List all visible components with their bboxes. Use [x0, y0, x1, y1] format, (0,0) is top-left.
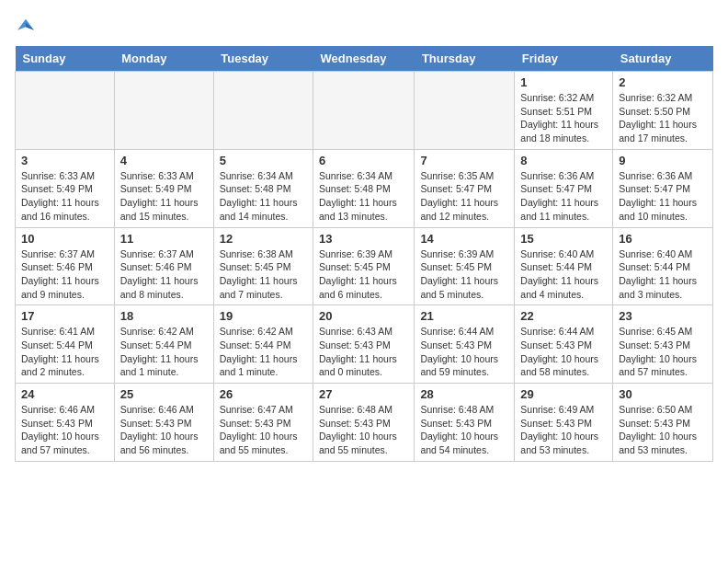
calendar-cell: 30Sunrise: 6:50 AM Sunset: 5:43 PM Dayli… [613, 384, 713, 462]
calendar-cell: 17Sunrise: 6:41 AM Sunset: 5:44 PM Dayli… [16, 305, 115, 384]
day-info: Sunrise: 6:33 AM Sunset: 5:49 PM Dayligh… [21, 169, 108, 224]
calendar-week-row: 10Sunrise: 6:37 AM Sunset: 5:46 PM Dayli… [16, 227, 713, 305]
day-info: Sunrise: 6:44 AM Sunset: 5:43 PM Dayligh… [520, 325, 607, 379]
day-number: 28 [420, 387, 508, 401]
day-info: Sunrise: 6:50 AM Sunset: 5:43 PM Dayligh… [619, 403, 707, 457]
day-number: 6 [319, 154, 408, 167]
calendar-cell: 29Sunrise: 6:49 AM Sunset: 5:43 PM Dayli… [515, 384, 613, 462]
day-info: Sunrise: 6:34 AM Sunset: 5:48 PM Dayligh… [319, 169, 408, 224]
day-info: Sunrise: 6:45 AM Sunset: 5:43 PM Dayligh… [619, 325, 707, 379]
column-header-friday: Friday [515, 46, 613, 72]
day-info: Sunrise: 6:48 AM Sunset: 5:43 PM Dayligh… [319, 403, 408, 457]
day-info: Sunrise: 6:46 AM Sunset: 5:43 PM Dayligh… [120, 403, 208, 457]
day-info: Sunrise: 6:38 AM Sunset: 5:45 PM Dayligh… [220, 247, 307, 302]
calendar-cell [114, 72, 213, 150]
logo-bird-icon [15, 15, 37, 37]
day-number: 1 [520, 75, 607, 89]
calendar-cell: 6Sunrise: 6:34 AM Sunset: 5:48 PM Daylig… [313, 149, 415, 227]
day-number: 18 [120, 309, 208, 323]
calendar-cell: 11Sunrise: 6:37 AM Sunset: 5:46 PM Dayli… [114, 227, 213, 305]
day-info: Sunrise: 6:36 AM Sunset: 5:47 PM Dayligh… [520, 169, 607, 224]
calendar-header-row: SundayMondayTuesdayWednesdayThursdayFrid… [16, 46, 713, 72]
calendar-cell: 7Sunrise: 6:35 AM Sunset: 5:47 PM Daylig… [415, 149, 515, 227]
day-info: Sunrise: 6:36 AM Sunset: 5:47 PM Dayligh… [619, 169, 707, 224]
day-number: 4 [120, 154, 208, 167]
logo [15, 15, 40, 37]
calendar-cell: 13Sunrise: 6:39 AM Sunset: 5:45 PM Dayli… [313, 227, 415, 305]
day-info: Sunrise: 6:32 AM Sunset: 5:51 PM Dayligh… [520, 91, 607, 145]
day-info: Sunrise: 6:34 AM Sunset: 5:48 PM Dayligh… [220, 169, 307, 224]
day-number: 29 [520, 387, 607, 401]
calendar-cell: 10Sunrise: 6:37 AM Sunset: 5:46 PM Dayli… [16, 227, 115, 305]
calendar-cell: 14Sunrise: 6:39 AM Sunset: 5:45 PM Dayli… [415, 227, 515, 305]
day-number: 22 [520, 309, 607, 323]
page-header [15, 15, 713, 37]
calendar-body: 1Sunrise: 6:32 AM Sunset: 5:51 PM Daylig… [16, 72, 713, 462]
day-info: Sunrise: 6:48 AM Sunset: 5:43 PM Dayligh… [420, 403, 508, 457]
calendar-week-row: 24Sunrise: 6:46 AM Sunset: 5:43 PM Dayli… [16, 384, 713, 462]
calendar-cell: 22Sunrise: 6:44 AM Sunset: 5:43 PM Dayli… [515, 305, 613, 384]
day-number: 15 [520, 232, 607, 246]
calendar-cell: 21Sunrise: 6:44 AM Sunset: 5:43 PM Dayli… [415, 305, 515, 384]
day-info: Sunrise: 6:39 AM Sunset: 5:45 PM Dayligh… [420, 247, 508, 302]
calendar-cell [16, 72, 115, 150]
column-header-monday: Monday [114, 46, 213, 72]
calendar-week-row: 17Sunrise: 6:41 AM Sunset: 5:44 PM Dayli… [16, 305, 713, 384]
day-info: Sunrise: 6:42 AM Sunset: 5:44 PM Dayligh… [220, 325, 307, 379]
day-number: 7 [420, 154, 508, 167]
calendar-cell: 3Sunrise: 6:33 AM Sunset: 5:49 PM Daylig… [16, 149, 115, 227]
calendar-cell: 9Sunrise: 6:36 AM Sunset: 5:47 PM Daylig… [613, 149, 713, 227]
column-header-sunday: Sunday [16, 46, 115, 72]
calendar-cell: 1Sunrise: 6:32 AM Sunset: 5:51 PM Daylig… [515, 72, 613, 150]
calendar-cell: 28Sunrise: 6:48 AM Sunset: 5:43 PM Dayli… [415, 384, 515, 462]
calendar-cell: 18Sunrise: 6:42 AM Sunset: 5:44 PM Dayli… [114, 305, 213, 384]
day-info: Sunrise: 6:37 AM Sunset: 5:46 PM Dayligh… [120, 247, 208, 302]
calendar-cell: 5Sunrise: 6:34 AM Sunset: 5:48 PM Daylig… [213, 149, 313, 227]
day-number: 19 [220, 309, 307, 323]
day-number: 21 [420, 309, 508, 323]
calendar-cell [415, 72, 515, 150]
calendar-cell: 26Sunrise: 6:47 AM Sunset: 5:43 PM Dayli… [213, 384, 313, 462]
calendar-week-row: 3Sunrise: 6:33 AM Sunset: 5:49 PM Daylig… [16, 149, 713, 227]
day-info: Sunrise: 6:43 AM Sunset: 5:43 PM Dayligh… [319, 325, 408, 379]
day-number: 20 [319, 309, 408, 323]
column-header-saturday: Saturday [613, 46, 713, 72]
day-number: 17 [21, 309, 108, 323]
day-number: 13 [319, 232, 408, 246]
calendar-cell: 19Sunrise: 6:42 AM Sunset: 5:44 PM Dayli… [213, 305, 313, 384]
day-number: 5 [220, 154, 307, 167]
calendar-cell: 12Sunrise: 6:38 AM Sunset: 5:45 PM Dayli… [213, 227, 313, 305]
day-number: 10 [21, 232, 108, 246]
day-number: 16 [619, 232, 707, 246]
calendar-cell: 2Sunrise: 6:32 AM Sunset: 5:50 PM Daylig… [613, 72, 713, 150]
day-number: 27 [319, 387, 408, 401]
day-number: 9 [619, 154, 707, 167]
calendar-cell: 27Sunrise: 6:48 AM Sunset: 5:43 PM Dayli… [313, 384, 415, 462]
day-info: Sunrise: 6:39 AM Sunset: 5:45 PM Dayligh… [319, 247, 408, 302]
day-number: 8 [520, 154, 607, 167]
day-info: Sunrise: 6:40 AM Sunset: 5:44 PM Dayligh… [520, 247, 607, 302]
calendar-table: SundayMondayTuesdayWednesdayThursdayFrid… [15, 46, 713, 462]
day-info: Sunrise: 6:37 AM Sunset: 5:46 PM Dayligh… [21, 247, 108, 302]
day-number: 14 [420, 232, 508, 246]
column-header-tuesday: Tuesday [213, 46, 313, 72]
calendar-cell: 24Sunrise: 6:46 AM Sunset: 5:43 PM Dayli… [16, 384, 115, 462]
day-number: 23 [619, 309, 707, 323]
day-info: Sunrise: 6:47 AM Sunset: 5:43 PM Dayligh… [220, 403, 307, 457]
day-info: Sunrise: 6:40 AM Sunset: 5:44 PM Dayligh… [619, 247, 707, 302]
calendar-cell: 4Sunrise: 6:33 AM Sunset: 5:49 PM Daylig… [114, 149, 213, 227]
day-number: 25 [120, 387, 208, 401]
day-number: 30 [619, 387, 707, 401]
day-info: Sunrise: 6:46 AM Sunset: 5:43 PM Dayligh… [21, 403, 108, 457]
calendar-cell: 25Sunrise: 6:46 AM Sunset: 5:43 PM Dayli… [114, 384, 213, 462]
column-header-thursday: Thursday [415, 46, 515, 72]
day-info: Sunrise: 6:44 AM Sunset: 5:43 PM Dayligh… [420, 325, 508, 379]
day-info: Sunrise: 6:49 AM Sunset: 5:43 PM Dayligh… [520, 403, 607, 457]
day-number: 2 [619, 75, 707, 89]
column-header-wednesday: Wednesday [313, 46, 415, 72]
day-number: 26 [220, 387, 307, 401]
calendar-cell: 15Sunrise: 6:40 AM Sunset: 5:44 PM Dayli… [515, 227, 613, 305]
day-number: 12 [220, 232, 307, 246]
calendar-cell: 23Sunrise: 6:45 AM Sunset: 5:43 PM Dayli… [613, 305, 713, 384]
day-info: Sunrise: 6:33 AM Sunset: 5:49 PM Dayligh… [120, 169, 208, 224]
